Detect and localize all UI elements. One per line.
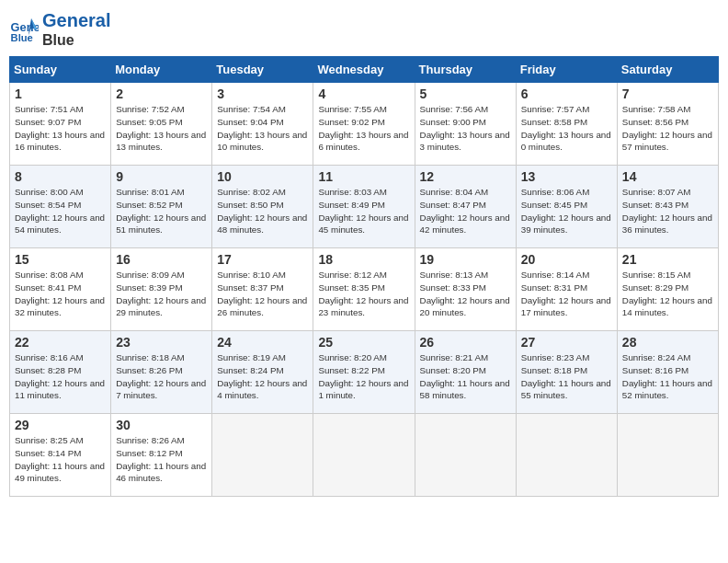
column-header-sunday: Sunday [10, 57, 111, 83]
calendar-week-5: 29Sunrise: 8:25 AM Sunset: 8:14 PM Dayli… [10, 414, 719, 497]
day-info: Sunrise: 8:19 AM Sunset: 8:24 PM Dayligh… [217, 351, 308, 402]
day-number: 18 [318, 252, 409, 267]
calendar-cell: 18Sunrise: 8:12 AM Sunset: 8:35 PM Dayli… [313, 248, 415, 331]
day-info: Sunrise: 8:10 AM Sunset: 8:37 PM Dayligh… [217, 269, 308, 319]
calendar-cell: 29Sunrise: 8:25 AM Sunset: 8:14 PM Dayli… [10, 414, 111, 497]
calendar-cell: 21Sunrise: 8:15 AM Sunset: 8:29 PM Dayli… [617, 248, 718, 331]
calendar-cell: 16Sunrise: 8:09 AM Sunset: 8:39 PM Dayli… [111, 248, 212, 331]
day-info: Sunrise: 8:25 AM Sunset: 8:14 PM Dayligh… [15, 434, 106, 485]
day-number: 27 [521, 335, 612, 350]
calendar-cell: 17Sunrise: 8:10 AM Sunset: 8:37 PM Dayli… [212, 248, 313, 331]
day-number: 14 [622, 169, 713, 184]
calendar-cell: 4Sunrise: 7:55 AM Sunset: 9:02 PM Daylig… [313, 83, 415, 166]
day-info: Sunrise: 7:58 AM Sunset: 8:56 PM Dayligh… [622, 103, 713, 154]
day-number: 23 [116, 335, 207, 350]
day-info: Sunrise: 8:16 AM Sunset: 8:28 PM Dayligh… [15, 351, 106, 402]
calendar-table: SundayMondayTuesdayWednesdayThursdayFrid… [9, 56, 719, 497]
day-number: 19 [420, 252, 511, 267]
day-info: Sunrise: 8:13 AM Sunset: 8:33 PM Dayligh… [420, 269, 511, 319]
calendar-cell: 14Sunrise: 8:07 AM Sunset: 8:43 PM Dayli… [617, 166, 718, 248]
day-info: Sunrise: 8:06 AM Sunset: 8:45 PM Dayligh… [521, 186, 612, 236]
day-number: 26 [420, 335, 511, 350]
calendar-cell: 6Sunrise: 7:57 AM Sunset: 8:58 PM Daylig… [516, 83, 617, 166]
day-info: Sunrise: 8:23 AM Sunset: 8:18 PM Dayligh… [521, 351, 612, 402]
calendar-cell: 27Sunrise: 8:23 AM Sunset: 8:18 PM Dayli… [516, 331, 617, 414]
svg-text:Blue: Blue [11, 31, 33, 42]
calendar-cell [617, 414, 718, 497]
day-info: Sunrise: 8:26 AM Sunset: 8:12 PM Dayligh… [116, 434, 207, 485]
day-info: Sunrise: 7:54 AM Sunset: 9:04 PM Dayligh… [217, 103, 308, 154]
day-info: Sunrise: 7:56 AM Sunset: 9:00 PM Dayligh… [420, 103, 511, 154]
calendar-cell: 12Sunrise: 8:04 AM Sunset: 8:47 PM Dayli… [415, 166, 516, 248]
day-number: 5 [420, 86, 511, 101]
day-number: 15 [15, 252, 106, 267]
day-number: 30 [116, 418, 207, 432]
day-info: Sunrise: 7:52 AM Sunset: 9:05 PM Dayligh… [116, 103, 207, 154]
day-number: 11 [318, 169, 409, 184]
day-info: Sunrise: 8:15 AM Sunset: 8:29 PM Dayligh… [622, 269, 713, 319]
calendar-cell: 7Sunrise: 7:58 AM Sunset: 8:56 PM Daylig… [617, 83, 718, 166]
day-number: 25 [318, 335, 409, 350]
logo-icon: General Blue [9, 15, 39, 44]
calendar-cell: 26Sunrise: 8:21 AM Sunset: 8:20 PM Dayli… [415, 331, 516, 414]
calendar-cell: 9Sunrise: 8:01 AM Sunset: 8:52 PM Daylig… [111, 166, 212, 248]
calendar-cell: 20Sunrise: 8:14 AM Sunset: 8:31 PM Dayli… [516, 248, 617, 331]
calendar-week-2: 8Sunrise: 8:00 AM Sunset: 8:54 PM Daylig… [10, 166, 719, 248]
calendar-week-4: 22Sunrise: 8:16 AM Sunset: 8:28 PM Dayli… [10, 331, 719, 414]
day-info: Sunrise: 7:51 AM Sunset: 9:07 PM Dayligh… [15, 103, 106, 154]
day-info: Sunrise: 8:20 AM Sunset: 8:22 PM Dayligh… [318, 351, 409, 402]
calendar-cell: 30Sunrise: 8:26 AM Sunset: 8:12 PM Dayli… [111, 414, 212, 497]
calendar-cell: 8Sunrise: 8:00 AM Sunset: 8:54 PM Daylig… [10, 166, 111, 248]
calendar-cell [212, 414, 313, 497]
day-number: 28 [622, 335, 713, 350]
day-info: Sunrise: 8:03 AM Sunset: 8:49 PM Dayligh… [318, 186, 409, 236]
day-info: Sunrise: 8:02 AM Sunset: 8:50 PM Dayligh… [217, 186, 308, 236]
day-info: Sunrise: 8:18 AM Sunset: 8:26 PM Dayligh… [116, 351, 207, 402]
calendar-week-3: 15Sunrise: 8:08 AM Sunset: 8:41 PM Dayli… [10, 248, 719, 331]
calendar-cell: 25Sunrise: 8:20 AM Sunset: 8:22 PM Dayli… [313, 331, 415, 414]
calendar-cell: 10Sunrise: 8:02 AM Sunset: 8:50 PM Dayli… [212, 166, 313, 248]
logo: General Blue General Blue [9, 9, 110, 49]
day-number: 16 [116, 252, 207, 267]
calendar-cell: 22Sunrise: 8:16 AM Sunset: 8:28 PM Dayli… [10, 331, 111, 414]
day-number: 3 [217, 86, 308, 101]
column-header-monday: Monday [111, 57, 212, 83]
column-header-thursday: Thursday [415, 57, 516, 83]
calendar-cell: 1Sunrise: 7:51 AM Sunset: 9:07 PM Daylig… [10, 83, 111, 166]
day-number: 7 [622, 86, 713, 101]
calendar-week-1: 1Sunrise: 7:51 AM Sunset: 9:07 PM Daylig… [10, 83, 719, 166]
day-info: Sunrise: 7:55 AM Sunset: 9:02 PM Dayligh… [318, 103, 409, 154]
day-number: 9 [116, 169, 207, 184]
day-info: Sunrise: 8:21 AM Sunset: 8:20 PM Dayligh… [420, 351, 511, 402]
calendar-cell: 11Sunrise: 8:03 AM Sunset: 8:49 PM Dayli… [313, 166, 415, 248]
day-number: 10 [217, 169, 308, 184]
calendar-cell: 23Sunrise: 8:18 AM Sunset: 8:26 PM Dayli… [111, 331, 212, 414]
day-info: Sunrise: 8:07 AM Sunset: 8:43 PM Dayligh… [622, 186, 713, 236]
day-number: 24 [217, 335, 308, 350]
calendar-cell: 3Sunrise: 7:54 AM Sunset: 9:04 PM Daylig… [212, 83, 313, 166]
day-info: Sunrise: 8:04 AM Sunset: 8:47 PM Dayligh… [420, 186, 511, 236]
day-info: Sunrise: 8:01 AM Sunset: 8:52 PM Dayligh… [116, 186, 207, 236]
day-info: Sunrise: 7:57 AM Sunset: 8:58 PM Dayligh… [521, 103, 612, 154]
logo-blue: Blue [42, 31, 110, 49]
day-number: 1 [15, 86, 106, 101]
day-info: Sunrise: 8:08 AM Sunset: 8:41 PM Dayligh… [15, 269, 106, 319]
calendar-cell: 2Sunrise: 7:52 AM Sunset: 9:05 PM Daylig… [111, 83, 212, 166]
day-info: Sunrise: 8:24 AM Sunset: 8:16 PM Dayligh… [622, 351, 713, 402]
calendar-cell: 5Sunrise: 7:56 AM Sunset: 9:00 PM Daylig… [415, 83, 516, 166]
day-number: 4 [318, 86, 409, 101]
day-info: Sunrise: 8:12 AM Sunset: 8:35 PM Dayligh… [318, 269, 409, 319]
day-info: Sunrise: 8:00 AM Sunset: 8:54 PM Dayligh… [15, 186, 106, 236]
calendar-cell [415, 414, 516, 497]
day-number: 6 [521, 86, 612, 101]
header: General Blue General Blue [9, 9, 719, 49]
day-number: 8 [15, 169, 106, 184]
day-number: 13 [521, 169, 612, 184]
calendar-cell: 13Sunrise: 8:06 AM Sunset: 8:45 PM Dayli… [516, 166, 617, 248]
header-row: SundayMondayTuesdayWednesdayThursdayFrid… [10, 57, 719, 83]
calendar-cell [313, 414, 415, 497]
calendar-cell: 19Sunrise: 8:13 AM Sunset: 8:33 PM Dayli… [415, 248, 516, 331]
day-number: 21 [622, 252, 713, 267]
day-number: 2 [116, 86, 207, 101]
calendar-cell: 28Sunrise: 8:24 AM Sunset: 8:16 PM Dayli… [617, 331, 718, 414]
